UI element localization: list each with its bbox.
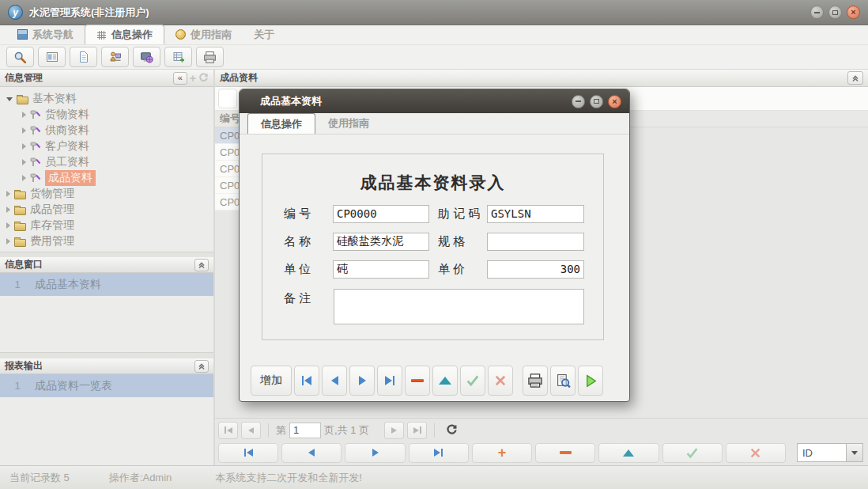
record-edit-button[interactable] — [598, 443, 659, 463]
dialog-title-bar: 成品基本资料 × — [240, 89, 629, 113]
number-field[interactable] — [333, 205, 429, 223]
panel-title: 信息窗口 — [5, 258, 43, 271]
tab-about[interactable]: 关于 — [243, 25, 285, 44]
chevron-double-up-icon — [198, 362, 206, 370]
expander-right-icon — [22, 127, 26, 134]
sort-field-combo: ID — [797, 443, 863, 462]
tab-user-guide[interactable]: 使用指南 — [164, 25, 243, 44]
sort-field-value[interactable]: ID — [797, 443, 847, 462]
search-button[interactable] — [6, 47, 34, 67]
record-toolbar: + ID — [215, 442, 868, 465]
info-window-item[interactable]: 1 成品基本资料 — [0, 273, 213, 296]
record-next-button[interactable] — [345, 443, 405, 463]
tree-label: 货物资料 — [45, 108, 89, 122]
close-button[interactable]: × — [847, 6, 860, 19]
tree-node-expense-mgmt[interactable]: 费用管理 — [0, 233, 213, 249]
print-preview-icon — [556, 373, 571, 389]
print-preview-button[interactable] — [550, 366, 576, 396]
unit-field[interactable] — [333, 260, 429, 279]
collapse-up-button[interactable] — [194, 259, 209, 271]
minimize-icon — [814, 12, 820, 13]
page-number-input[interactable] — [289, 423, 321, 438]
minimize-button[interactable] — [810, 6, 824, 19]
tab-system-nav[interactable]: 系统导航 — [6, 25, 85, 44]
add-button[interactable]: 增加 — [251, 366, 292, 396]
print-button[interactable] — [196, 47, 224, 67]
name-field[interactable] — [333, 233, 429, 251]
folder-icon — [14, 239, 26, 247]
nav-prev-button[interactable] — [322, 366, 347, 396]
panel-title: 信息管理 — [5, 71, 43, 85]
nav-last-button[interactable] — [377, 366, 402, 396]
collapse-up-button[interactable] — [194, 360, 209, 373]
price-field[interactable] — [487, 260, 584, 279]
record-confirm-button[interactable] — [662, 443, 723, 463]
record-delete-button[interactable] — [535, 443, 595, 463]
document-button[interactable] — [70, 47, 97, 67]
nav-first-button[interactable] — [294, 366, 319, 396]
tree-label: 库存管理 — [30, 218, 74, 233]
tab-info-operation[interactable]: 信息操作 — [85, 25, 164, 44]
cancel-button[interactable] — [488, 366, 513, 396]
tree-node-customer-data[interactable]: 客户资料 — [0, 138, 213, 154]
tree-node-goods-mgmt[interactable]: 货物管理 — [0, 186, 213, 202]
monitor-web-button[interactable] — [133, 47, 160, 67]
print-button[interactable] — [523, 366, 548, 396]
refresh-button[interactable] — [442, 422, 462, 439]
record-prev-button[interactable] — [281, 443, 342, 463]
record-add-button[interactable]: + — [472, 443, 532, 463]
collapse-left-button[interactable]: « — [173, 72, 187, 85]
cancel-x-icon — [750, 448, 760, 458]
cell-value: CP0 — [220, 180, 240, 191]
info-mgmt-header: 信息管理 « + — [0, 70, 213, 87]
remarks-field[interactable] — [334, 289, 584, 324]
spec-field[interactable] — [487, 233, 584, 251]
user-permissions-button[interactable] — [101, 47, 129, 67]
page-total-label: 页,共 1 页 — [324, 423, 369, 438]
refresh-icon — [446, 424, 458, 436]
page-last-button[interactable] — [407, 422, 427, 439]
form-view-button[interactable] — [38, 47, 66, 67]
tree-node-supplier-data[interactable]: 供商资料 — [0, 123, 213, 138]
page-first-button[interactable] — [218, 422, 238, 439]
dialog-title: 成品基本资料 — [260, 94, 322, 108]
dialog-close-button[interactable]: × — [608, 95, 621, 108]
report-output-body — [0, 397, 213, 465]
run-button[interactable] — [578, 366, 603, 396]
table-add-button[interactable] — [164, 47, 192, 67]
tree-node-basic-data[interactable]: 基本资料 — [0, 91, 213, 107]
dialog-minimize-button[interactable] — [572, 95, 585, 108]
nav-next-button[interactable] — [349, 366, 375, 396]
sort-field-dropdown-button[interactable] — [847, 443, 863, 462]
delete-button[interactable] — [405, 366, 430, 396]
mnemonic-field[interactable] — [487, 205, 584, 223]
price-label: 单 价 — [438, 262, 487, 277]
edit-button[interactable] — [432, 366, 458, 396]
confirm-button[interactable] — [460, 366, 485, 396]
dialog-tab-info-operation[interactable]: 信息操作 — [247, 113, 315, 134]
record-last-button[interactable] — [409, 443, 469, 463]
tab-label: 使用指南 — [328, 116, 369, 131]
collapse-up-button[interactable] — [847, 71, 863, 85]
dialog-maximize-button[interactable] — [590, 95, 603, 108]
record-cancel-button[interactable] — [726, 443, 786, 463]
edit-up-icon — [439, 377, 451, 385]
hidden-toolbar-button[interactable] — [218, 89, 237, 108]
tree-label: 基本资料 — [32, 92, 77, 106]
tree-node-product-data[interactable]: 成品资料 — [0, 170, 213, 186]
page-prev-button[interactable] — [241, 422, 261, 439]
column-header-label: 编号 — [220, 112, 240, 126]
tree-node-inventory-mgmt[interactable]: 库存管理 — [0, 218, 213, 233]
page-next-button[interactable] — [384, 422, 404, 439]
dialog-tab-user-guide[interactable]: 使用指南 — [315, 113, 382, 134]
maximize-button[interactable] — [828, 6, 842, 19]
expander-right-icon — [22, 159, 26, 165]
main-tab-bar: 系统导航 信息操作 使用指南 关于 — [0, 25, 868, 45]
record-count-label: 当前记录数 5 — [9, 471, 70, 485]
tree-node-product-mgmt[interactable]: 成品管理 — [0, 202, 213, 218]
report-output-item[interactable]: 1 成品资料一览表 — [0, 374, 213, 397]
tree-node-goods-data[interactable]: 货物资料 — [0, 107, 213, 123]
record-first-button[interactable] — [218, 443, 278, 463]
nav-last-icon — [385, 376, 392, 385]
tree-node-employee-data[interactable]: 员工资料 — [0, 154, 213, 170]
